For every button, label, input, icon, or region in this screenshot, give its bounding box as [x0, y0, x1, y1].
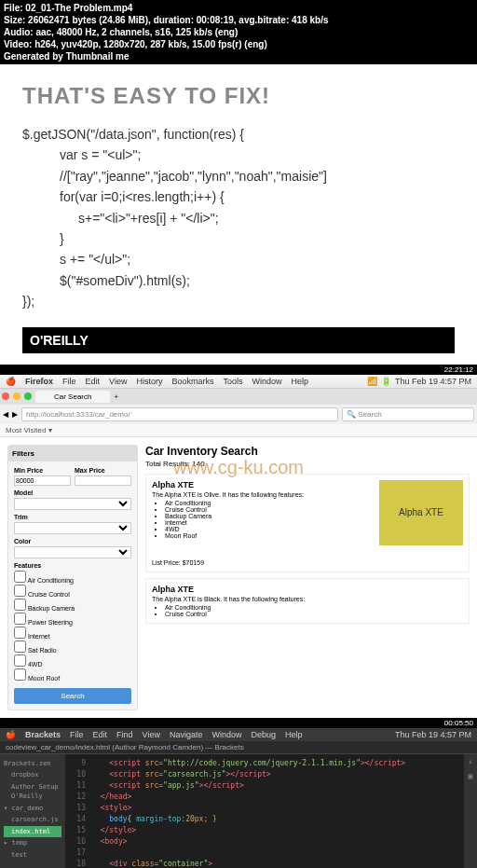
tree-folder[interactable]: ▸ temp — [4, 837, 61, 849]
tree-item[interactable]: dropbox — [4, 769, 61, 781]
max-price-input[interactable] — [75, 475, 131, 486]
trim-select[interactable] — [14, 522, 131, 534]
back-icon[interactable]: ◀ — [3, 410, 8, 419]
menu-window[interactable]: Window — [211, 730, 241, 739]
filters-panel: Filters Min Price Max Price Model Trim C… — [7, 445, 138, 710]
url-bar: ◀ ▶ http://localhost:3333/car_demo/ 🔍 Se… — [0, 405, 477, 424]
live-preview-icon[interactable]: ⚡ — [469, 758, 473, 766]
menu-window[interactable]: Window — [252, 377, 281, 386]
menu-file[interactable]: File — [62, 377, 76, 386]
car-result: Alpha XTE The Alpha XTE is Olive. It has… — [145, 474, 470, 572]
new-tab-icon[interactable]: + — [114, 393, 118, 401]
browser-tab[interactable]: Car Search — [35, 391, 110, 403]
menu-find[interactable]: Find — [116, 730, 133, 739]
tree-folder[interactable]: ▾ car_demo — [4, 803, 61, 815]
slide-panel: THAT'S EASY TO FIX! $.getJSON("/data.jso… — [0, 64, 477, 365]
model-select[interactable] — [14, 498, 131, 510]
bookmark-bar[interactable]: Most Visited ▾ — [0, 424, 477, 437]
minimize-icon[interactable] — [13, 393, 20, 400]
feature-checkbox[interactable]: Internet — [14, 627, 131, 640]
results-heading: Car Inventory Search — [145, 445, 470, 458]
mac-menubar: 🍎 Firefox File Edit View History Bookmar… — [0, 375, 477, 389]
clock[interactable]: Thu Feb 19 4:57 PM — [395, 377, 471, 386]
feature-checkbox[interactable]: 4WD — [14, 654, 131, 668]
file-metadata: File: 02_01-The Problem.mp4 Size: 260624… — [0, 0, 477, 64]
menu-tools[interactable]: Tools — [223, 377, 242, 386]
file-tree: Brackets.zen dropbox Author Setup O'Reil… — [0, 754, 65, 868]
app-name[interactable]: Firefox — [25, 377, 53, 386]
wifi-icon[interactable]: 📶 — [367, 377, 377, 386]
code-editor: Brackets.zen dropbox Author Setup O'Reil… — [0, 754, 477, 868]
menu-navigate[interactable]: Navigate — [170, 730, 203, 739]
feature-checkbox[interactable]: Backup Camera — [14, 599, 131, 612]
close-icon[interactable] — [2, 393, 9, 400]
min-price-input[interactable] — [14, 475, 71, 486]
brand-logo: O'REILLY — [22, 327, 455, 353]
menu-view[interactable]: View — [143, 730, 160, 739]
menu-edit[interactable]: Edit — [86, 377, 101, 386]
feature-checkbox[interactable]: Power Steering — [14, 613, 131, 626]
editor-tab[interactable]: codeview_car_demo/index.html (Author Ray… — [0, 741, 477, 754]
menubar-right: Thu Feb 19 4:57 PM — [395, 730, 471, 739]
mac-menubar-2: 🍎 Brackets File Edit Find View Navigate … — [0, 728, 477, 741]
feature-checkbox[interactable]: Sat Radio — [14, 641, 131, 654]
menu-file[interactable]: File — [70, 730, 84, 739]
total-results: Total Results: 140 — [145, 460, 470, 468]
apple-icon[interactable]: 🍎 — [6, 377, 16, 386]
menu-edit[interactable]: Edit — [93, 730, 108, 739]
feature-checkbox[interactable]: Air Conditioning — [14, 571, 131, 584]
color-select[interactable] — [14, 546, 131, 558]
menu-help[interactable]: Help — [291, 377, 308, 386]
menubar-right: 📶 🔋 Thu Feb 19 4:57 PM — [367, 377, 471, 386]
timestamp: 00:05:50 — [0, 718, 477, 728]
slide-heading: THAT'S EASY TO FIX! — [22, 83, 455, 109]
forward-icon[interactable]: ▶ — [12, 410, 18, 419]
feature-checkbox[interactable]: Cruise Control — [14, 585, 131, 598]
menu-debug[interactable]: Debug — [251, 730, 276, 739]
search-input[interactable]: 🔍 Search — [342, 407, 474, 421]
results-panel: Car Inventory Search Total Results: 140 … — [145, 445, 470, 710]
feature-checkbox[interactable]: Moon Roof — [14, 668, 131, 682]
battery-icon[interactable]: 🔋 — [381, 377, 391, 386]
extension-icon[interactable]: ▣ — [469, 772, 473, 780]
tree-item[interactable]: test — [4, 849, 61, 861]
menu-help[interactable]: Help — [285, 730, 303, 739]
right-gutter: ⚡ ▣ — [464, 754, 477, 868]
code-snippet: $.getJSON("/data.json", function(res) { … — [22, 124, 455, 312]
menu-bookmarks[interactable]: Bookmarks — [171, 377, 213, 386]
browser-tabbar: Car Search + — [0, 389, 477, 405]
app-name[interactable]: Brackets — [25, 730, 61, 739]
list-price: List Price: $70159 — [152, 559, 463, 566]
tree-item-selected[interactable]: index.html — [4, 826, 61, 838]
zoom-icon[interactable] — [24, 393, 32, 400]
filters-heading: Filters — [8, 446, 137, 462]
car-image: Alpha XTE — [379, 480, 463, 545]
tree-root[interactable]: Brackets.zen — [4, 758, 61, 770]
menu-history[interactable]: History — [136, 377, 162, 386]
menu-view[interactable]: View — [109, 377, 127, 386]
search-button[interactable]: Search — [14, 688, 131, 704]
car-result: Alpha XTE The Alpha XTE is Black. It has… — [145, 578, 470, 624]
page-content: Filters Min Price Max Price Model Trim C… — [0, 437, 477, 718]
clock[interactable]: Thu Feb 19 4:57 PM — [395, 730, 471, 739]
timestamp: 22:21:12 — [0, 365, 477, 375]
url-input[interactable]: http://localhost:3333/car_demo/ — [21, 407, 338, 421]
tree-item[interactable]: carsearch.js — [4, 814, 61, 826]
tree-item[interactable]: Author Setup O'Reilly — [4, 781, 61, 803]
code-area[interactable]: 9 <script src="http://code.jquery.com/jq… — [65, 754, 464, 868]
apple-icon[interactable]: 🍎 — [6, 730, 16, 739]
